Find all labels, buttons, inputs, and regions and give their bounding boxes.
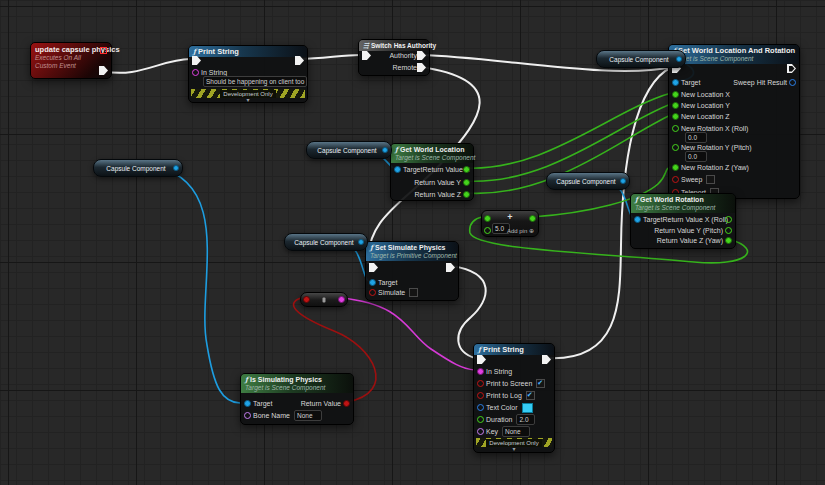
float-pin[interactable] [725, 227, 732, 234]
float-pin[interactable] [672, 102, 679, 109]
wire-exec-event-to-print[interactable] [103, 59, 190, 73]
object-pin[interactable] [369, 279, 376, 286]
node-is-simulating-physics[interactable]: ƒIs Simulating PhysicsTarget is Scene Co… [240, 373, 354, 425]
name-pin[interactable] [244, 412, 251, 419]
pin-label: Target [681, 79, 700, 86]
bool-pin[interactable] [672, 176, 679, 183]
float-pin[interactable] [463, 166, 470, 173]
variable-label: Capsule Component [556, 178, 615, 185]
node-header: ƒSet Simulate PhysicsTarget is Primitive… [366, 242, 458, 261]
bool-pin[interactable] [477, 392, 484, 399]
print-to-screen-checkbox[interactable] [536, 379, 545, 388]
exec-in-pin[interactable] [477, 355, 486, 364]
node-update-capsule-physics-event[interactable]: update capsule physics Executes On All C… [30, 42, 112, 79]
object-out-pin[interactable] [620, 178, 626, 184]
node-get-world-rotation[interactable]: ƒGet World RotationTarget is Scene Compo… [630, 193, 736, 249]
target-return-row: Target Return Value [241, 398, 353, 409]
float-pin[interactable] [463, 191, 470, 198]
exec-in-pin[interactable] [362, 51, 371, 60]
function-icon: ƒ [245, 375, 248, 384]
object-out-pin[interactable] [173, 165, 179, 171]
node-set-world-location-and-rotation[interactable]: ƒSet World Location And RotationTarget i… [668, 44, 800, 199]
name-pin[interactable] [477, 428, 484, 435]
node-title: Get World Location [400, 146, 464, 153]
node-add-float[interactable]: + 5.0 Add pin ⊕ [481, 210, 539, 237]
variable-node-capsule-component[interactable]: Capsule Component [546, 172, 630, 190]
object-out-pin[interactable] [676, 56, 682, 62]
blueprint-graph-canvas[interactable]: update capsule physics Executes On All C… [0, 0, 825, 485]
float-pin[interactable] [672, 144, 679, 151]
print-to-screen-row: Print to Screen [474, 378, 554, 389]
variable-node-capsule-component[interactable]: Capsule Component [306, 141, 392, 159]
variable-node-capsule-component[interactable]: Capsule Component [284, 233, 368, 251]
key-input[interactable]: None [502, 426, 530, 437]
pin-label: Simulate [378, 289, 405, 296]
exec-out-pin[interactable] [542, 355, 551, 364]
variable-node-capsule-component[interactable]: Capsule Component [596, 50, 686, 68]
collapse-chevron-icon[interactable]: ▾ [189, 98, 307, 103]
float-pin[interactable] [463, 179, 470, 186]
object-pin[interactable] [244, 400, 251, 407]
wire-string-tostring-to-print[interactable] [341, 298, 475, 370]
print-to-log-checkbox[interactable] [526, 391, 535, 400]
float-pin[interactable] [672, 113, 679, 120]
duration-input[interactable]: 2.0 [516, 414, 535, 425]
node-subtitle: Target is Scene Component [245, 384, 349, 392]
object-out-pin[interactable] [382, 147, 388, 153]
float-in-pin[interactable] [484, 215, 491, 222]
string-pin[interactable] [477, 368, 484, 375]
bool-pin[interactable] [369, 289, 376, 296]
node-bool-to-string-conversion[interactable] [300, 292, 348, 307]
object-pin[interactable] [634, 216, 641, 223]
exec-out-pin[interactable] [295, 56, 304, 65]
node-print-string-bottom[interactable]: ƒPrint String In String Print to Screen … [473, 343, 555, 453]
exec-in-pin[interactable] [192, 56, 201, 65]
float-pin[interactable] [672, 164, 679, 171]
bool-pin[interactable] [477, 380, 484, 387]
sweep-checkbox[interactable] [706, 175, 715, 184]
float-pin[interactable] [725, 237, 732, 244]
node-switch-has-authority[interactable]: ⇶Switch Has Authority Authority Remote [358, 39, 430, 76]
node-print-string-top[interactable]: ƒPrint String In String Should be happen… [188, 45, 308, 103]
float-pin[interactable] [672, 125, 679, 132]
float-in-pin[interactable] [484, 227, 491, 234]
bool-pin[interactable] [303, 296, 310, 303]
add-pin-button[interactable]: Add pin ⊕ [507, 227, 534, 234]
pin-label: New Rotation Z (Yaw) [681, 164, 749, 171]
target-rvx-row: Target Return Value X [391, 164, 473, 175]
float-pin[interactable] [477, 416, 484, 423]
simulate-checkbox[interactable] [409, 288, 418, 297]
collapse-chevron-icon[interactable]: ▾ [474, 447, 554, 452]
text-color-swatch[interactable] [522, 403, 533, 413]
node-get-world-location[interactable]: ƒGet World LocationTarget is Scene Compo… [390, 143, 474, 201]
float-out-pin[interactable] [529, 215, 536, 222]
object-pin[interactable] [672, 79, 679, 86]
object-pin[interactable] [394, 166, 401, 173]
exec-row [474, 354, 554, 365]
wire-obj-capsule-to-issimulating-target[interactable] [157, 167, 240, 403]
wire-exec-print-to-switch[interactable] [300, 55, 360, 59]
string-pin[interactable] [338, 296, 345, 303]
in-string-input[interactable]: Should be happening on client too [203, 76, 307, 87]
string-pin[interactable] [192, 69, 199, 76]
exec-out-pin[interactable] [787, 64, 796, 73]
float-pin[interactable] [725, 216, 732, 223]
object-out-pin[interactable] [358, 239, 364, 245]
variable-node-capsule-component[interactable]: Capsule Component [93, 159, 183, 177]
node-title: Is Simulating Physics [250, 376, 322, 383]
exec-out-remote-pin[interactable] [417, 63, 426, 72]
new-location-x-row: New Location X [669, 89, 799, 100]
hit-result-pin[interactable] [789, 79, 796, 86]
float-pin[interactable] [672, 91, 679, 98]
variable-label: Capsule Component [317, 147, 376, 154]
node-set-simulate-physics[interactable]: ƒSet Simulate PhysicsTarget is Primitive… [365, 241, 459, 301]
exec-out-authority-pin[interactable] [417, 51, 426, 60]
color-struct-pin[interactable] [477, 404, 484, 411]
rotation-y-input[interactable]: 0.0 [685, 151, 707, 162]
exec-out-pin[interactable] [446, 263, 455, 272]
pin-label: Sweep Hit Result [733, 79, 787, 86]
target-row: Target Sweep Hit Result [669, 77, 799, 88]
bool-pin[interactable] [343, 400, 350, 407]
exec-in-pin[interactable] [369, 263, 378, 272]
bone-name-input[interactable]: None [294, 410, 322, 421]
